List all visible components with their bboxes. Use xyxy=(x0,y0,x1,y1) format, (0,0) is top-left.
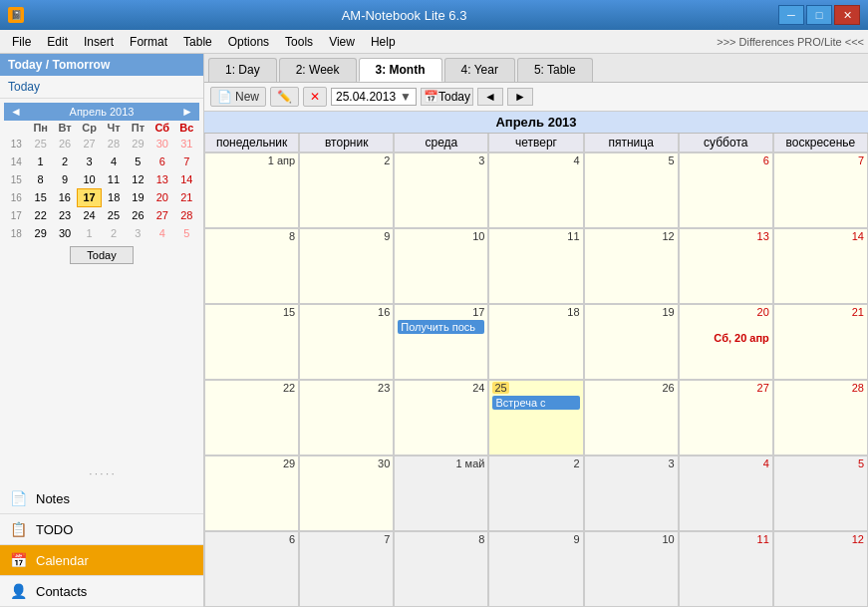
calendar-cell[interactable]: 20Сб, 20 апр xyxy=(679,304,773,380)
mini-cal-day[interactable]: 20 xyxy=(150,188,174,206)
calendar-cell[interactable]: 1 апр xyxy=(204,152,299,228)
mini-today-button[interactable]: Today xyxy=(70,246,133,264)
mini-cal-day[interactable]: 14 xyxy=(174,170,198,188)
calendar-cell[interactable]: 17Получить пось xyxy=(394,304,488,380)
calendar-cell[interactable]: 1 май xyxy=(394,455,488,531)
calendar-cell[interactable]: 28 xyxy=(773,380,868,455)
restore-button[interactable]: □ xyxy=(806,5,832,25)
mini-cal-day[interactable]: 27 xyxy=(77,135,101,152)
calendar-cell[interactable]: 9 xyxy=(299,228,394,304)
menu-insert[interactable]: Insert xyxy=(76,33,122,51)
calendar-cell[interactable]: 25Встреча с xyxy=(488,380,583,455)
calendar-cell[interactable]: 4 xyxy=(488,152,583,228)
mini-cal-day[interactable]: 15 xyxy=(28,188,52,206)
calendar-cell[interactable]: 19 xyxy=(584,304,679,380)
mini-cal-day[interactable]: 22 xyxy=(28,206,52,224)
mini-cal-day[interactable]: 16 xyxy=(53,188,77,206)
calendar-cell[interactable]: 10 xyxy=(394,228,488,304)
prev-period-button[interactable]: ◄ xyxy=(477,88,503,106)
today-nav-button[interactable]: 📅 Today xyxy=(421,88,473,106)
sidebar-item-calendar[interactable]: 📅 Calendar xyxy=(0,545,203,576)
sidebar-item-contacts[interactable]: 👤 Contacts xyxy=(0,576,203,607)
calendar-cell[interactable]: 16 xyxy=(299,304,394,380)
mini-cal-day[interactable]: 3 xyxy=(126,224,149,242)
mini-cal-day[interactable]: 1 xyxy=(28,152,52,170)
calendar-cell[interactable]: 5 xyxy=(584,152,679,228)
tab-year[interactable]: 4: Year xyxy=(444,58,515,82)
sidebar-item-todo[interactable]: 📋 TODO xyxy=(0,514,203,545)
calendar-cell[interactable]: 23 xyxy=(299,380,394,455)
mini-cal-day[interactable]: 3 xyxy=(77,152,101,170)
mini-cal-day[interactable]: 28 xyxy=(102,135,126,152)
calendar-cell[interactable]: 26 xyxy=(584,380,679,455)
menu-edit[interactable]: Edit xyxy=(39,33,76,51)
calendar-cell[interactable]: 9 xyxy=(488,531,583,607)
tab-week[interactable]: 2: Week xyxy=(279,58,357,82)
calendar-cell[interactable]: 2 xyxy=(299,152,394,228)
mini-cal-day[interactable]: 10 xyxy=(77,170,101,188)
new-button[interactable]: 📄 New xyxy=(210,87,266,107)
mini-cal-day[interactable]: 26 xyxy=(126,206,149,224)
mini-cal-day[interactable]: 24 xyxy=(77,206,101,224)
menu-view[interactable]: View xyxy=(321,33,363,51)
calendar-event[interactable]: Встреча с xyxy=(492,396,579,410)
mini-cal-day[interactable]: 27 xyxy=(150,206,174,224)
mini-cal-day[interactable]: 26 xyxy=(53,135,77,152)
calendar-cell[interactable]: 12 xyxy=(773,531,868,607)
calendar-cell[interactable]: 27 xyxy=(679,380,773,455)
mini-cal-day[interactable]: 12 xyxy=(126,170,149,188)
calendar-cell[interactable]: 2 xyxy=(488,455,583,531)
mini-cal-day[interactable]: 2 xyxy=(53,152,77,170)
date-dropdown-arrow[interactable]: ▼ xyxy=(400,90,412,104)
mini-cal-day[interactable]: 4 xyxy=(150,224,174,242)
today-link[interactable]: Today xyxy=(0,76,203,99)
mini-cal-day[interactable]: 13 xyxy=(150,170,174,188)
mini-cal-day[interactable]: 19 xyxy=(126,188,149,206)
calendar-cell[interactable]: 5 xyxy=(773,455,868,531)
tab-table[interactable]: 5: Table xyxy=(517,58,593,82)
tab-month[interactable]: 3: Month xyxy=(359,58,442,82)
next-period-button[interactable]: ► xyxy=(507,88,533,106)
calendar-cell[interactable]: 12 xyxy=(584,228,679,304)
sidebar-item-notes[interactable]: 📄 Notes xyxy=(0,483,203,514)
menu-tools[interactable]: Tools xyxy=(277,33,321,51)
mini-cal-next[interactable]: ► xyxy=(179,105,195,119)
close-button[interactable]: ✕ xyxy=(834,5,860,25)
calendar-cell[interactable]: 13 xyxy=(679,228,773,304)
mini-cal-day[interactable]: 5 xyxy=(126,152,149,170)
calendar-cell[interactable]: 3 xyxy=(584,455,679,531)
mini-cal-day[interactable]: 25 xyxy=(102,206,126,224)
calendar-event[interactable]: Получить пось xyxy=(398,320,484,334)
calendar-cell[interactable]: 21 xyxy=(773,304,868,380)
mini-cal-day[interactable]: 23 xyxy=(53,206,77,224)
mini-cal-day[interactable]: 30 xyxy=(150,135,174,152)
mini-cal-day[interactable]: 9 xyxy=(53,170,77,188)
mini-cal-day[interactable]: 30 xyxy=(53,224,77,242)
mini-cal-day[interactable]: 21 xyxy=(174,188,198,206)
mini-cal-day[interactable]: 18 xyxy=(102,188,126,206)
minimize-button[interactable]: ─ xyxy=(778,5,804,25)
calendar-cell[interactable]: 6 xyxy=(204,531,299,607)
mini-cal-day[interactable]: 6 xyxy=(150,152,174,170)
mini-cal-day[interactable]: 29 xyxy=(28,224,52,242)
mini-cal-day[interactable]: 29 xyxy=(126,135,149,152)
today-tomorrow-header[interactable]: Today / Tomorrow xyxy=(0,54,203,76)
menu-table[interactable]: Table xyxy=(175,33,220,51)
delete-button[interactable]: ✕ xyxy=(303,87,327,107)
calendar-cell[interactable]: 6 xyxy=(679,152,773,228)
calendar-cell[interactable]: 10 xyxy=(584,531,679,607)
calendar-cell[interactable]: 18 xyxy=(488,304,583,380)
calendar-cell[interactable]: 11 xyxy=(488,228,583,304)
calendar-cell[interactable]: 14 xyxy=(773,228,868,304)
calendar-cell[interactable]: 8 xyxy=(394,531,488,607)
calendar-cell[interactable]: 3 xyxy=(394,152,488,228)
calendar-cell[interactable]: 24 xyxy=(394,380,488,455)
menu-help[interactable]: Help xyxy=(363,33,404,51)
mini-cal-prev[interactable]: ◄ xyxy=(8,105,24,119)
mini-cal-day[interactable]: 5 xyxy=(174,224,198,242)
calendar-cell[interactable]: 30 xyxy=(299,455,394,531)
menu-options[interactable]: Options xyxy=(220,33,277,51)
calendar-cell[interactable]: 15 xyxy=(204,304,299,380)
mini-cal-day[interactable]: 1 xyxy=(77,224,101,242)
calendar-cell[interactable]: 8 xyxy=(204,228,299,304)
